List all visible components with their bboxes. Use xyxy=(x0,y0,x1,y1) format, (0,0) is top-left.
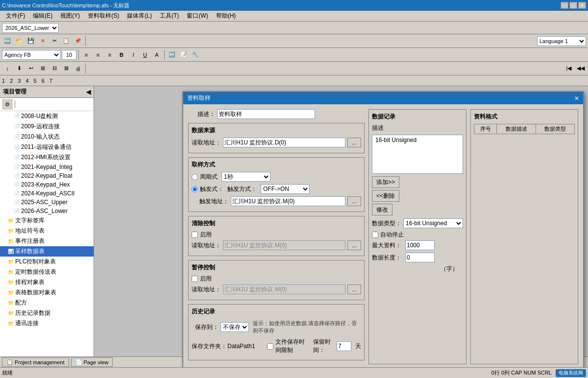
sidebar-item-2024[interactable]: 📄 2024-Keypad_ASCII xyxy=(0,189,94,198)
tb2-4[interactable]: ⊞ xyxy=(37,63,48,74)
dropdown-bar: 2026_ASC_Lower xyxy=(0,22,588,34)
tb-btn-6[interactable]: 📋 xyxy=(61,36,72,47)
sidebar-item-schedule[interactable]: 📁 排程对象表 xyxy=(0,277,94,287)
tab-project-management[interactable]: 📋 Project management xyxy=(2,357,69,367)
sidebar-item-address[interactable]: 📁 地址符号表 xyxy=(0,226,94,236)
read-address-input[interactable] xyxy=(223,138,345,147)
bold-btn[interactable]: B xyxy=(116,49,127,60)
trigger-method-select[interactable]: OFF->ON xyxy=(261,184,310,194)
sidebar-item-comm[interactable]: 📁 通讯连接 xyxy=(0,318,94,329)
periodic-radio[interactable] xyxy=(192,174,198,180)
sidebar-item-plc[interactable]: 📁 PLC控制对象表 xyxy=(0,257,94,267)
sidebar-collapse-icon[interactable]: ◀ xyxy=(86,89,91,95)
align-right[interactable]: ≡ xyxy=(104,49,115,60)
tb-format-3[interactable]: 🔧 xyxy=(190,49,201,60)
sidebar-item-sampling[interactable]: 📊 采样数据表 xyxy=(0,246,94,257)
tb-btn-5[interactable]: ✂ xyxy=(49,36,60,47)
trigger-address-input[interactable] xyxy=(231,196,345,206)
language-selector[interactable]: Language 1 xyxy=(537,36,586,46)
close-button[interactable]: ✕ xyxy=(578,2,586,9)
sidebar-tb-1[interactable]: ⚙ xyxy=(2,99,13,110)
italic-btn[interactable]: I xyxy=(128,49,139,60)
read-address-browse[interactable]: ... xyxy=(347,138,361,147)
clear-address-browse[interactable]: ... xyxy=(347,240,361,250)
sidebar-item-2022[interactable]: 📄 2022-Keypad_Float xyxy=(0,171,94,180)
sidebar-item-recipe[interactable]: 📁 配方 xyxy=(0,298,94,308)
menu-datasample[interactable]: 资料取样(S) xyxy=(84,11,123,21)
tb-btn-2[interactable]: 📂 xyxy=(14,36,24,47)
pause-enable-checkbox[interactable] xyxy=(192,276,198,282)
sidebar-item-timer[interactable]: 📁 定时数据传送表 xyxy=(0,267,94,277)
sidebar-item-table[interactable]: 📁 表格数据对象表 xyxy=(0,287,94,298)
sidebar-item-history[interactable]: 📁 历史记录数据 xyxy=(0,308,94,318)
tb2-2[interactable]: ⬇ xyxy=(14,63,24,74)
data-type-select[interactable]: 16-bit Unsigned xyxy=(403,218,463,228)
sidebar-item-2025[interactable]: 📄 2025-ASC_Upper xyxy=(0,198,94,207)
tb-format-2[interactable]: 📝 xyxy=(178,49,189,60)
sidebar-item-2011[interactable]: 📄 2011-远端设备通信 xyxy=(0,142,94,152)
sidebar-item-2010[interactable]: 📄 2010-输入状态 xyxy=(0,132,94,142)
sidebar-item-2012[interactable]: 📄 2012-HMI系统设置 xyxy=(0,152,94,163)
sidebar-item-2021[interactable]: 📄 2021-Keypad_Integ xyxy=(0,163,94,171)
tb2-6[interactable]: ⊠ xyxy=(61,63,72,74)
data-records-list[interactable]: 16-bit Unsigned xyxy=(372,135,463,174)
add-record-btn[interactable]: 添加>> xyxy=(372,176,399,188)
font-color-btn[interactable]: A xyxy=(151,49,162,60)
clear-enable-checkbox[interactable] xyxy=(192,232,198,238)
delete-record-btn[interactable]: <<删除 xyxy=(372,190,399,202)
tb2-1[interactable]: ↕ xyxy=(2,63,13,74)
tb2-3[interactable]: ↩ xyxy=(25,63,36,74)
tb2-5[interactable]: ⊟ xyxy=(49,63,60,74)
align-center[interactable]: ≡ xyxy=(93,49,103,60)
sidebar-item-2026[interactable]: 📄 2026-ASC_Lower xyxy=(0,207,94,215)
sidebar-title: 项目管理 xyxy=(3,88,26,96)
menu-view[interactable]: 视图(Y) xyxy=(56,11,84,21)
tb2-7[interactable]: 🖨 xyxy=(73,63,83,74)
tb-btn-3[interactable]: 💾 xyxy=(25,36,36,47)
tb-btn-4[interactable]: ✕ xyxy=(37,36,48,47)
trigger-radio[interactable] xyxy=(192,186,198,192)
status-left: 就绪 xyxy=(2,369,13,377)
menu-tools[interactable]: 工具(T) xyxy=(156,11,183,21)
font-size-input[interactable] xyxy=(62,50,76,60)
auto-stop-checkbox[interactable] xyxy=(372,232,378,238)
sidebar-item-events[interactable]: 📁 事件注册表 xyxy=(0,236,94,246)
pause-address-browse[interactable]: ... xyxy=(347,284,361,294)
retention-input[interactable] xyxy=(337,341,351,351)
dialog-left-section: 描述： 数据来源 读取地址： ... xyxy=(188,109,365,364)
col-type: 数据类型 xyxy=(536,124,574,134)
time-limit-checkbox[interactable] xyxy=(267,343,273,350)
modify-record-btn[interactable]: 修改 xyxy=(372,204,392,215)
page-selector[interactable]: 2026_ASC_Lower xyxy=(2,23,59,33)
maximize-button[interactable]: □ xyxy=(569,2,577,9)
menu-media[interactable]: 媒体库(L) xyxy=(123,11,156,21)
underline-btn[interactable]: U xyxy=(140,49,150,60)
menu-help[interactable]: 帮助(H) xyxy=(212,11,240,21)
periodic-interval-select[interactable]: 1秒 xyxy=(221,172,270,182)
menu-window[interactable]: 窗口(W) xyxy=(183,11,212,21)
menu-edit[interactable]: 编辑(E) xyxy=(29,11,56,21)
minimize-button[interactable]: ─ xyxy=(561,2,568,9)
font-name-selector[interactable]: Agency FB xyxy=(2,50,61,60)
save-to-select[interactable]: 不保存 xyxy=(220,322,249,332)
tb2-nav-1[interactable]: |◀ xyxy=(564,63,574,74)
page-num-3: 3 xyxy=(18,78,21,84)
menu-file[interactable]: 文件(F) xyxy=(2,11,29,21)
max-data-input[interactable] xyxy=(405,240,435,250)
time-limit-label: 文件保存时间限制 xyxy=(275,338,307,354)
data-length-input[interactable] xyxy=(405,253,435,262)
tb2-nav-2[interactable]: ◀◀ xyxy=(575,63,586,74)
sidebar-item-2009[interactable]: 📄 2009-远程连接 xyxy=(0,121,94,132)
sidebar-item-2008[interactable]: 📄 2008-U盘检测 xyxy=(0,111,94,121)
trigger-address-browse[interactable]: ... xyxy=(347,196,361,206)
tb-format-1[interactable]: 🔤 xyxy=(167,49,177,60)
tb-btn-1[interactable]: 🆕 xyxy=(2,36,13,47)
record-item-1[interactable]: 16-bit Unsigned xyxy=(373,136,462,144)
history-title: 历史记录 xyxy=(192,307,361,316)
sidebar-item-2023[interactable]: 📄 2023-Keypad_Hex xyxy=(0,180,94,189)
align-left[interactable]: ≡ xyxy=(81,49,92,60)
sidebar-item-label-lib[interactable]: 📁 文字标签库 xyxy=(0,215,94,226)
description-input[interactable] xyxy=(217,109,315,119)
dialog-close-icon[interactable]: ✕ xyxy=(574,95,579,102)
tb-btn-7[interactable]: 📌 xyxy=(73,36,83,47)
